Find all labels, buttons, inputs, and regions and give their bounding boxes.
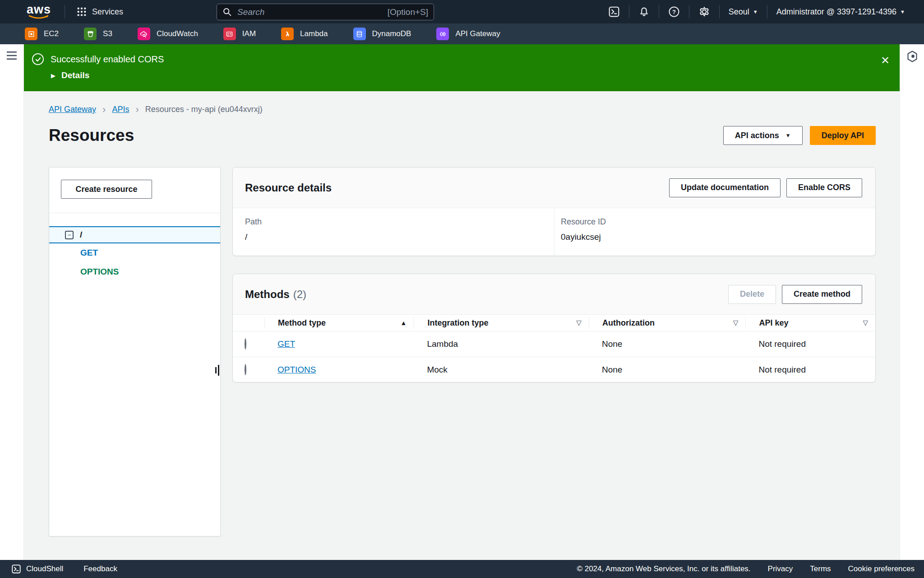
help-button[interactable]: ? [659, 0, 689, 23]
favorite-s3[interactable]: S3 [84, 28, 112, 40]
footer-privacy-link[interactable]: Privacy [768, 564, 793, 573]
search-input[interactable] [237, 7, 388, 17]
gear-icon [698, 6, 710, 18]
collapse-icon[interactable]: − [65, 231, 74, 239]
update-documentation-button[interactable]: Update documentation [669, 178, 781, 197]
column-header-integration-type[interactable]: Integration type▽ [414, 317, 588, 329]
cloudshell-button[interactable] [599, 0, 629, 23]
favorite-api-gateway[interactable]: API Gateway [436, 28, 500, 40]
sort-icon[interactable]: ▽ [733, 319, 739, 327]
table-row-options: OPTIONS Mock None Not required [233, 357, 875, 382]
sort-icon[interactable]: ▽ [576, 319, 582, 327]
api-actions-label: API actions [735, 131, 779, 140]
region-selector[interactable]: Seoul ▼ [720, 7, 767, 17]
create-resource-button[interactable]: Create resource [61, 180, 152, 199]
svg-text:λ: λ [286, 31, 289, 37]
column-header-method-type[interactable]: Method type▲ [264, 317, 414, 329]
amazon-q-icon[interactable] [906, 50, 919, 63]
table-row-get: GET Lambda None Not required [233, 331, 875, 357]
options-method-link[interactable]: OPTIONS [277, 365, 316, 374]
favorite-iam[interactable]: IAM [223, 28, 256, 40]
aws-smile-icon [28, 15, 49, 19]
settings-button[interactable] [689, 0, 719, 23]
console-footer: CloudShell Feedback © 2024, Amazon Web S… [0, 560, 924, 578]
footer-copyright: © 2024, Amazon Web Services, Inc. or its… [577, 564, 750, 573]
create-method-button[interactable]: Create method [782, 285, 862, 304]
svg-text:?: ? [672, 9, 676, 15]
authorization-value: None [589, 365, 746, 375]
favorites-bar: EC2 S3 CloudWatch IAM λ Lambda [0, 23, 924, 44]
resource-details-title: Resource details [245, 182, 332, 194]
tree-method-options[interactable]: OPTIONS [49, 262, 220, 281]
favorite-ec2[interactable]: EC2 [25, 28, 59, 40]
methods-card: Methods(2) Delete Create method Method t… [232, 274, 876, 382]
deploy-api-button[interactable]: Deploy API [810, 126, 876, 145]
right-rail [900, 44, 924, 560]
path-label: Path [245, 217, 554, 227]
delete-button[interactable]: Delete [728, 285, 776, 304]
resources-tree-panel: Create resource − / GET OPTIONS [49, 167, 221, 536]
methods-table-header: Method type▲ Integration type▽ Authoriza… [233, 315, 875, 331]
account-label: Administrator @ 3397-1291-4396 [776, 7, 896, 17]
flash-details-toggle[interactable]: ▶ Details [51, 70, 900, 80]
help-icon: ? [668, 6, 680, 18]
favorite-lambda[interactable]: λ Lambda [281, 28, 328, 40]
tree-method-get[interactable]: GET [49, 243, 220, 262]
aws-logo[interactable]: aws [25, 4, 53, 19]
aws-console: aws Services [Option+S] [0, 0, 924, 578]
flash-message: Successfully enabled CORS [51, 54, 164, 65]
row-radio-options[interactable] [245, 364, 246, 375]
chevron-down-icon: ▼ [900, 9, 905, 14]
api-gateway-icon [436, 28, 449, 40]
footer-feedback-button[interactable]: Feedback [83, 564, 117, 573]
services-grid-icon [77, 7, 87, 17]
resource-details-card: Resource details Update documentation En… [232, 167, 876, 256]
favorite-label: Lambda [300, 29, 328, 38]
footer-cloudshell-button[interactable]: CloudShell [11, 564, 63, 574]
tree-root-resource[interactable]: − / [49, 226, 220, 243]
iam-icon [223, 28, 236, 40]
search-icon [222, 7, 232, 17]
services-menu-button[interactable]: Services [77, 7, 123, 17]
sort-ascending-icon[interactable]: ▲ [401, 319, 407, 326]
sort-icon[interactable]: ▽ [863, 319, 868, 327]
footer-cookie-preferences-link[interactable]: Cookie preferences [848, 564, 915, 573]
top-navbar: aws Services [Option+S] [0, 0, 924, 23]
success-check-icon [32, 53, 44, 65]
tree-divider [49, 213, 220, 213]
selection-column-header [233, 317, 264, 329]
success-flashbar: Successfully enabled CORS ▶ Details ✕ [24, 44, 900, 91]
enable-cors-button[interactable]: Enable CORS [786, 178, 862, 197]
breadcrumb-api-gateway[interactable]: API Gateway [49, 105, 96, 114]
row-radio-get[interactable] [245, 338, 246, 350]
s3-icon [84, 28, 97, 40]
favorite-cloudwatch[interactable]: CloudWatch [138, 28, 198, 40]
column-header-authorization[interactable]: Authorization▽ [589, 317, 746, 329]
favorite-label: CloudWatch [157, 29, 198, 38]
path-value: / [245, 232, 554, 242]
dynamodb-icon [353, 28, 366, 40]
breadcrumb-separator-icon: › [102, 106, 106, 114]
hamburger-menu-icon[interactable] [6, 51, 17, 61]
favorite-label: S3 [103, 29, 112, 38]
footer-terms-link[interactable]: Terms [810, 564, 831, 573]
breadcrumb-current: Resources - my-api (eu044xvrxj) [145, 105, 263, 114]
resource-id-label: Resource ID [561, 217, 875, 227]
column-header-api-key[interactable]: API key▽ [745, 317, 875, 329]
left-rail [0, 44, 24, 560]
resource-id-value: 0ayiukcsej [561, 232, 875, 242]
main-content: API Gateway › APIs › Resources - my-api … [24, 91, 900, 560]
flash-close-icon[interactable]: ✕ [881, 55, 890, 66]
panel-resize-handle[interactable] [215, 365, 219, 376]
page-title: Resources [49, 126, 134, 145]
get-method-link[interactable]: GET [277, 339, 295, 349]
api-key-value: Not required [745, 339, 875, 349]
methods-title: Methods [245, 288, 290, 300]
breadcrumb-apis[interactable]: APIs [112, 105, 129, 114]
favorite-label: EC2 [44, 29, 59, 38]
notifications-button[interactable] [629, 0, 659, 23]
cloudshell-terminal-icon [11, 564, 21, 574]
api-actions-button[interactable]: API actions ▼ [723, 126, 803, 145]
account-menu[interactable]: Administrator @ 3397-1291-4396 ▼ [767, 7, 914, 17]
favorite-dynamodb[interactable]: DynamoDB [353, 28, 411, 40]
